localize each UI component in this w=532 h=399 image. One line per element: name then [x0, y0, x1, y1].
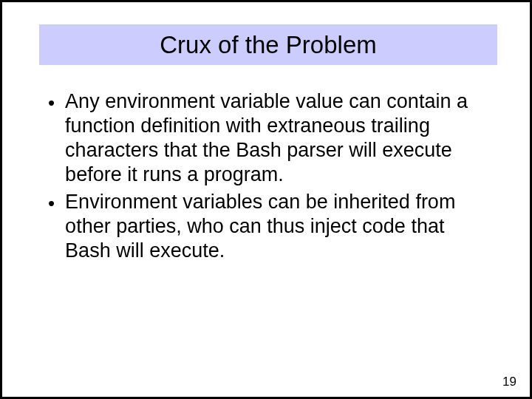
slide-title: Crux of the Problem — [160, 31, 376, 59]
bullet-text: Environment variables can be inherited f… — [65, 190, 484, 263]
list-item: • Any environment variable value can con… — [48, 89, 484, 187]
slide-frame: Crux of the Problem • Any environment va… — [0, 0, 532, 399]
bullet-icon: • — [48, 93, 55, 112]
bullet-text: Any environment variable value can conta… — [65, 89, 484, 187]
bullet-icon: • — [48, 194, 55, 213]
list-item: • Environment variables can be inherited… — [48, 190, 484, 263]
page-number: 19 — [502, 375, 516, 389]
title-bar: Crux of the Problem — [39, 24, 497, 65]
slide-body: • Any environment variable value can con… — [48, 89, 484, 266]
